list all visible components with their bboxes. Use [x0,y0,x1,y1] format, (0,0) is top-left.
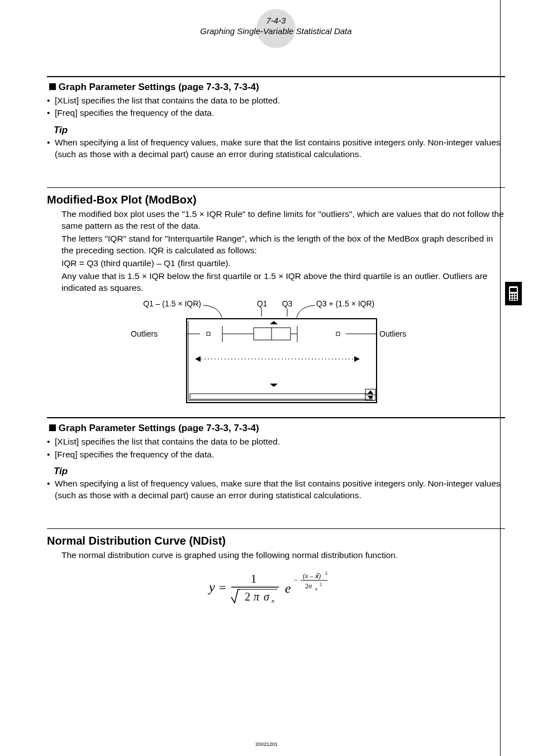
svg-text:2: 2 [320,582,322,587]
svg-rect-11 [515,299,517,300]
header-page-num: 7-4-3 [266,16,285,26]
left-arrow-icon [195,356,201,362]
body-text: IQR = Q3 (third quartile) – Q1 (first qu… [61,258,505,270]
tip-heading: Tip [54,125,505,136]
svg-rect-10 [513,299,515,300]
square-bullet-icon [49,423,56,434]
section-title-text: Graph Parameter Settings (page 7-3-3, 7-… [59,82,259,92]
svg-text:π: π [254,590,260,603]
label-q3-upper: Q3 + (1.5 × IQR) [316,299,374,308]
svg-text:n: n [272,598,274,604]
svg-rect-22 [207,332,210,336]
svg-text:–: – [293,575,298,583]
svg-rect-12 [49,83,56,90]
normal-dist-formula: y = 1 2 π σ n e – (x – x̄) 2 2σ n 2 [47,568,505,609]
body-text: The modified box plot uses the "1.5 × IQ… [61,209,505,232]
rule [47,417,505,418]
tip-heading: Tip [54,466,505,477]
bullet-item: [XList] specifies the list that contains… [47,95,505,107]
right-arrow-icon [354,356,360,362]
svg-text:e: e [285,581,291,596]
label-q1: Q1 [257,299,268,308]
rule [47,187,505,188]
calculator-badge-icon [505,282,522,305]
svg-rect-27 [190,394,372,399]
svg-text:n: n [315,587,317,592]
svg-text:σ: σ [264,590,270,603]
section-title-text: Graph Parameter Settings (page 7-3-3, 7-… [59,423,259,433]
svg-rect-23 [336,332,340,336]
tip-text: When specifying a list of frequency valu… [47,137,505,160]
rule [47,76,505,77]
section-heading: Graph Parameter Settings (page 7-3-3, 7-… [47,423,505,434]
footer-date: 20021201 [0,741,533,747]
label-q3: Q3 [282,299,293,308]
svg-rect-5 [515,294,517,295]
subsection-title: Normal Distribution Curve (NDist) [47,535,505,547]
svg-rect-4 [513,294,515,295]
svg-text:(x – x̄): (x – x̄) [303,572,321,580]
svg-rect-18 [254,328,291,340]
svg-text:=: = [219,580,226,594]
page-header: 7-4-3 Graphing Single-Variable Statistic… [47,16,505,37]
svg-rect-6 [510,296,512,298]
svg-rect-3 [510,294,512,295]
bullet-item: [Freq] specifies the frequency of the da… [47,107,505,119]
subsection-title: Modified-Box Plot (ModBox) [47,193,505,206]
body-text: The letters "IQR" stand for "Interquarti… [61,233,505,257]
svg-text:2σ: 2σ [305,582,312,590]
svg-text:y: y [208,580,215,594]
svg-text:1: 1 [251,571,257,585]
svg-rect-8 [515,296,517,298]
svg-text:2: 2 [325,571,327,576]
svg-rect-9 [510,299,512,300]
modbox-diagram: Q1 – (1.5 × IQR) Q1 Q3 Q3 + (1.5 × IQR) [47,299,505,410]
body-text: Any value that is 1.5 × IQR below the fi… [61,271,505,294]
body-text: The normal distribution curve is graphed… [61,550,505,561]
down-arrow-icon [270,384,278,387]
label-q1-lower: Q1 – (1.5 × IQR) [143,299,201,308]
section-heading: Graph Parameter Settings (page 7-3-3, 7-… [47,82,505,93]
svg-rect-32 [49,424,56,431]
svg-rect-13 [187,319,377,403]
svg-text:2: 2 [245,590,250,603]
tip-text: When specifying a list of frequency valu… [47,478,505,502]
svg-marker-30 [368,390,373,394]
rule [47,528,505,529]
header-section-title: Graphing Single-Variable Statistical Dat… [200,26,351,37]
outliers-left-label: Outliers [131,329,158,338]
scroll-arrows-icon [365,389,375,400]
up-arrow-icon [270,321,278,324]
svg-rect-2 [510,288,517,292]
svg-rect-7 [513,296,515,298]
bullet-item: [Freq] specifies the frequency of the da… [47,449,505,461]
square-bullet-icon [49,82,56,93]
bullet-item: [XList] specifies the list that contains… [47,436,505,448]
outliers-right-label: Outliers [379,329,406,338]
